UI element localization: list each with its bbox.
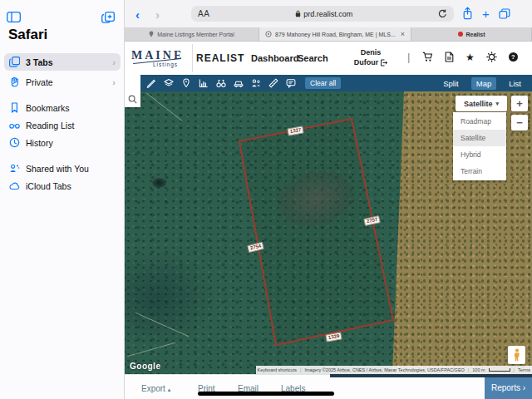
- bookmark-icon: [9, 102, 20, 113]
- map-type-option-hybrid[interactable]: Hybrid: [453, 146, 506, 163]
- document-icon[interactable]: [445, 52, 454, 62]
- logo-main-text: MAINE: [131, 49, 184, 62]
- export-label: Export: [141, 384, 165, 393]
- sidebar-item-history[interactable]: History: [4, 134, 121, 151]
- map-type-menu: Roadmap Satellite Hybrid Terrain: [453, 112, 506, 180]
- reader-button[interactable]: AA: [198, 9, 209, 18]
- sidebar-item-label: Private: [26, 77, 106, 87]
- export-button[interactable]: Export ▴: [141, 384, 170, 393]
- user-menu[interactable]: Denis Dufour: [349, 47, 392, 67]
- car-icon[interactable]: [234, 78, 244, 88]
- terms-link[interactable]: Terms: [518, 367, 530, 372]
- clear-all-button[interactable]: Clear all: [305, 77, 341, 89]
- binoculars-icon[interactable]: [216, 78, 226, 88]
- new-tab-icon[interactable]: +: [482, 8, 490, 19]
- header-divider: [192, 44, 193, 72]
- nav-dashboard[interactable]: Dashboard: [251, 53, 298, 63]
- share-icon[interactable]: [462, 7, 473, 20]
- refresh-icon[interactable]: [438, 9, 447, 18]
- sidebar-item-private[interactable]: Private ›: [4, 73, 121, 91]
- chevron-right-icon: ›: [112, 57, 116, 67]
- sidebar-item-label: 3 Tabs: [26, 57, 106, 67]
- tab-title: 879 Mahoney Hill Road, Bingham, ME | MLS…: [275, 32, 396, 37]
- sidebar-item-label: Reading List: [26, 121, 116, 131]
- pin-icon: [149, 31, 154, 37]
- pegman-icon: [513, 348, 521, 362]
- tabs-icon: [9, 57, 20, 67]
- back-button[interactable]: ‹: [135, 7, 140, 22]
- tab-title: Maine Listings Member Portal: [157, 32, 234, 37]
- view-split-button[interactable]: Split: [438, 77, 463, 90]
- people-icon[interactable]: [251, 78, 261, 88]
- google-logo: Google: [130, 362, 160, 371]
- private-hand-icon: [9, 76, 20, 87]
- tab-title: Realist: [466, 32, 485, 37]
- chevron-right-icon: ›: [112, 77, 116, 87]
- draw-pencil-icon[interactable]: [146, 78, 156, 88]
- url-text: prd.realist.com: [303, 10, 352, 18]
- clock-icon: [9, 137, 20, 148]
- chrome-action-icons: +: [462, 7, 510, 20]
- tab-maine-listings-portal[interactable]: Maine Listings Member Portal: [125, 27, 259, 41]
- keyboard-shortcuts-link[interactable]: Keyboard shortcuts: [258, 367, 297, 372]
- scale-bar: [489, 368, 510, 372]
- tab-bar: Maine Listings Member Portal 879 Mahoney…: [125, 27, 532, 42]
- pegman-button[interactable]: [508, 346, 525, 364]
- view-list-button[interactable]: List: [504, 77, 526, 90]
- map-type-button[interactable]: Satellite ▾: [456, 96, 507, 111]
- lock-icon: [295, 10, 301, 17]
- favorites-star-icon[interactable]: ★: [466, 52, 475, 62]
- user-last-name: Dufour: [354, 57, 379, 67]
- help-icon[interactable]: ?: [509, 52, 518, 62]
- imagery-credit: Imagery ©2025 Airbus, CNES / Airbus, Max…: [304, 367, 464, 372]
- measure-ruler-icon[interactable]: [268, 78, 278, 88]
- sidebar-toggle-icon[interactable]: [7, 12, 21, 22]
- home-indicator[interactable]: [198, 392, 334, 396]
- chart-icon[interactable]: [199, 78, 209, 88]
- view-map-button[interactable]: Map: [471, 77, 496, 90]
- reports-button[interactable]: Reports ›: [485, 377, 532, 399]
- list-scrollbar[interactable]: [330, 374, 532, 377]
- address-bar[interactable]: AA prd.realist.com: [191, 6, 454, 22]
- sidebar-item-shared-with-you[interactable]: Shared with You: [4, 160, 121, 177]
- map-type-option-roadmap[interactable]: Roadmap: [453, 113, 506, 130]
- user-first-name: Denis: [349, 47, 392, 57]
- site-icon: [265, 31, 272, 37]
- map-search-button[interactable]: [125, 91, 140, 107]
- satellite-map[interactable]: 1327 2757 2754 1329 Satellite ▾ Roadmap …: [125, 91, 532, 374]
- cloud-icon: [9, 180, 20, 191]
- map-type-option-satellite[interactable]: Satellite: [453, 130, 506, 146]
- sidebar-item-label: Bookmarks: [26, 103, 116, 113]
- sidebar-title: Safari: [8, 27, 47, 43]
- close-tab-icon[interactable]: ×: [401, 30, 405, 38]
- settings-gear-icon[interactable]: [486, 52, 497, 62]
- show-tabs-icon[interactable]: [499, 8, 510, 19]
- caret-up-icon: ▴: [168, 387, 171, 392]
- comment-icon[interactable]: [286, 78, 296, 88]
- map-pin-icon[interactable]: [181, 78, 191, 88]
- map-attribution: Keyboard shortcuts | Imagery ©2025 Airbu…: [256, 366, 532, 374]
- new-tab-group-icon[interactable]: [101, 12, 115, 23]
- sidebar-item-label: Shared with You: [26, 164, 116, 174]
- header-action-icons: ★ ?: [422, 52, 518, 62]
- forward-button[interactable]: ›: [155, 7, 160, 22]
- zoom-in-button[interactable]: +: [511, 96, 528, 111]
- cart-icon[interactable]: [422, 52, 433, 62]
- maine-listings-logo: MAINE Listings: [131, 47, 184, 67]
- sidebar-item-icloud-tabs[interactable]: iCloud Tabs: [4, 177, 121, 195]
- nav-search[interactable]: Search: [298, 53, 328, 63]
- sidebar-item-reading-list[interactable]: Reading List: [4, 116, 121, 134]
- sidebar-item-bookmarks[interactable]: Bookmarks: [4, 99, 121, 116]
- tab-realist[interactable]: Realist: [411, 27, 532, 41]
- zoom-out-button[interactable]: −: [511, 115, 528, 131]
- logout-icon: [380, 59, 387, 66]
- scale-label: 100 m: [472, 367, 485, 372]
- shared-person-icon: [9, 163, 20, 174]
- tab-property-listing[interactable]: 879 Mahoney Hill Road, Bingham, ME | MLS…: [259, 27, 411, 41]
- sidebar-item-label: History: [26, 138, 116, 148]
- sidebar-item-tabs[interactable]: 3 Tabs ›: [4, 53, 121, 71]
- url-display: prd.realist.com: [209, 10, 438, 18]
- sidebar-item-label: iCloud Tabs: [26, 181, 116, 191]
- map-type-option-terrain[interactable]: Terrain: [453, 163, 506, 180]
- layers-icon[interactable]: [164, 78, 174, 88]
